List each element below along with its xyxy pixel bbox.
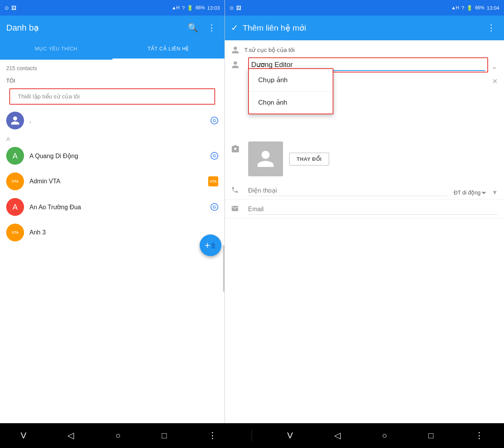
name-expand-icon[interactable]: ⌄ <box>491 62 498 71</box>
email-icon <box>231 205 239 212</box>
contact-name-anao: An Ao Trường Đua <box>29 203 205 211</box>
contact-row-anao[interactable]: A An Ao Trường Đua G <box>0 194 224 220</box>
contact-avatar-anao: A <box>6 198 24 216</box>
right-battery-icon: 🔋 <box>466 5 473 11</box>
contact-avatar-dot <box>6 112 24 129</box>
nav-back-left[interactable]: ◁ <box>61 427 80 444</box>
contact-source-anao: G <box>211 203 218 211</box>
toi-section-label: TÔI <box>0 74 224 85</box>
signal-icon: ▲H <box>172 5 180 10</box>
email-input[interactable] <box>248 204 498 215</box>
email-field-row <box>225 200 504 218</box>
contact-source-g: G <box>211 117 218 124</box>
nav-more-right[interactable]: ⋮ <box>469 427 490 444</box>
vta-icon-anh3: VTA <box>10 227 20 238</box>
change-photo-button[interactable]: THAY ĐỔI <box>289 153 329 165</box>
right-question: ? <box>461 5 464 11</box>
right-notif-2: 🖼 <box>236 5 241 11</box>
left-phone: ⊙ 🖼 ▲H ? 🔋 66% 13:03 Danh bạ 🔍 ⋮ MỤC YÊU… <box>0 0 225 423</box>
profile-setup-box[interactable]: Thiết lập tiểu sử của tôi <box>9 88 215 105</box>
contact-avatar-adminvta: VTA <box>6 172 24 190</box>
photo-dropdown: Chụp ảnh Chọn ảnh <box>248 68 333 114</box>
account-row: T.sử cục bộ của tôi <box>225 40 504 57</box>
contact-row-adminvta[interactable]: VTA Admin VTA VTA <box>0 169 224 194</box>
phonetic-close-icon[interactable]: ✕ <box>492 77 498 86</box>
tab-favorites[interactable]: MỤC YÊU THÍCH <box>0 40 112 60</box>
right-app-title: Thêm liên hệ mới <box>243 23 480 33</box>
right-status-left: ⊙ 🖼 <box>230 5 449 11</box>
contact-photo <box>248 141 283 176</box>
nav-v-left[interactable]: V <box>14 427 33 444</box>
phone-field-row: ĐT di động ▼ <box>225 181 504 200</box>
right-more-icon[interactable]: ⋮ <box>485 21 498 35</box>
vta-icon-adminvta: VTA <box>10 176 20 186</box>
contact-list-rest <box>0 245 224 423</box>
right-phone: ⊙ 🖼 ▲H ? 🔋 66% 13:04 ✓ Thêm liên hệ mới … <box>225 0 504 423</box>
left-status-left: ⊙ 🖼 <box>5 5 169 11</box>
nav-home-left[interactable]: ○ <box>109 427 127 444</box>
fab-plus-icon: + <box>205 240 210 251</box>
notification-icon-2: 🖼 <box>11 5 16 11</box>
phone-type-select[interactable]: ĐT di động <box>452 189 487 196</box>
account-label: T.sử cục bộ của tôi <box>244 47 295 53</box>
tab-all-contacts[interactable]: TẤT CẢ LIÊN HỆ <box>112 40 225 60</box>
battery-percent: 66% <box>195 5 205 10</box>
question-icon: ? <box>182 5 185 11</box>
notification-icon-1: ⊙ <box>5 5 9 11</box>
nav-home-right[interactable]: ○ <box>376 427 393 444</box>
right-content: T.sử cục bộ của tôi ⌄ Tên theo phiên âm … <box>225 40 504 423</box>
search-icon[interactable]: 🔍 <box>185 21 200 35</box>
phone-input[interactable] <box>248 186 447 196</box>
right-time: 13:04 <box>487 5 499 11</box>
right-notif-1: ⊙ <box>230 5 234 11</box>
time-display: 13:03 <box>207 5 220 11</box>
right-app-bar: ✓ Thêm liên hệ mới ⋮ <box>225 16 504 40</box>
choose-photo-item[interactable]: Chọn ảnh <box>249 91 333 114</box>
account-person-icon <box>231 46 240 54</box>
contact-name-adminvta: Admin VTA <box>29 178 203 185</box>
left-app-bar: Danh bạ 🔍 ⋮ <box>0 16 224 40</box>
section-a: A <box>0 133 224 143</box>
app-title: Danh bạ <box>6 23 181 33</box>
right-signal: ▲H <box>451 5 459 10</box>
contact-placeholder-icon <box>255 149 276 169</box>
bottom-nav: V ◁ ○ □ ⋮ V ◁ ○ □ ⋮ <box>0 423 504 448</box>
contact-name-aquang: A Quang Di Động <box>29 152 205 160</box>
contact-row-anh3[interactable]: VTA Anh 3 + 👤 <box>0 220 224 245</box>
scrollbar[interactable] <box>223 245 224 292</box>
add-contact-fab[interactable]: + 👤 <box>200 234 221 256</box>
name-person-icon <box>231 60 240 69</box>
take-photo-item[interactable]: Chụp ảnh <box>249 69 333 91</box>
battery-icon: 🔋 <box>187 5 193 11</box>
contact-count: 215 contacts <box>0 60 224 74</box>
nav-square-right[interactable]: □ <box>422 427 440 444</box>
contact-source-aquang: G <box>211 152 218 160</box>
contact-row-dot[interactable]: . G <box>0 108 224 133</box>
nav-more-left[interactable]: ⋮ <box>202 427 223 444</box>
left-status-right: ▲H ? 🔋 66% 13:03 <box>172 5 220 11</box>
contact-avatar-aquang: A <box>6 147 24 165</box>
right-status-right: ▲H ? 🔋 66% 13:04 <box>451 5 499 11</box>
contact-row-aquang[interactable]: A A Quang Di Động G <box>0 143 224 169</box>
more-options-icon[interactable]: ⋮ <box>205 21 218 35</box>
nav-v-right[interactable]: V <box>281 427 299 444</box>
nav-divider <box>252 430 252 441</box>
contact-source-adminvta: VTA <box>208 176 218 186</box>
camera-icon <box>231 145 240 153</box>
phone-icon <box>231 186 239 194</box>
contact-name-dot: . <box>29 117 205 124</box>
fab-person-icon: 👤 <box>210 243 216 248</box>
nav-back-right[interactable]: ◁ <box>328 427 347 444</box>
contact-name-anh3: Anh 3 <box>29 229 218 236</box>
right-battery-percent: 66% <box>475 5 484 10</box>
profile-setup-row: Thiết lập tiểu sử của tôi <box>3 85 221 108</box>
nav-square-left[interactable]: □ <box>155 427 173 444</box>
check-icon[interactable]: ✓ <box>231 23 238 33</box>
contact-avatar-anh3: VTA <box>6 224 24 241</box>
tabs-bar: MỤC YÊU THÍCH TẤT CẢ LIÊN HỆ <box>0 40 224 60</box>
phone-type-chevron: ▼ <box>492 189 498 196</box>
left-status-bar: ⊙ 🖼 ▲H ? 🔋 66% 13:03 <box>0 0 224 16</box>
right-status-bar: ⊙ 🖼 ▲H ? 🔋 66% 13:04 <box>225 0 504 16</box>
